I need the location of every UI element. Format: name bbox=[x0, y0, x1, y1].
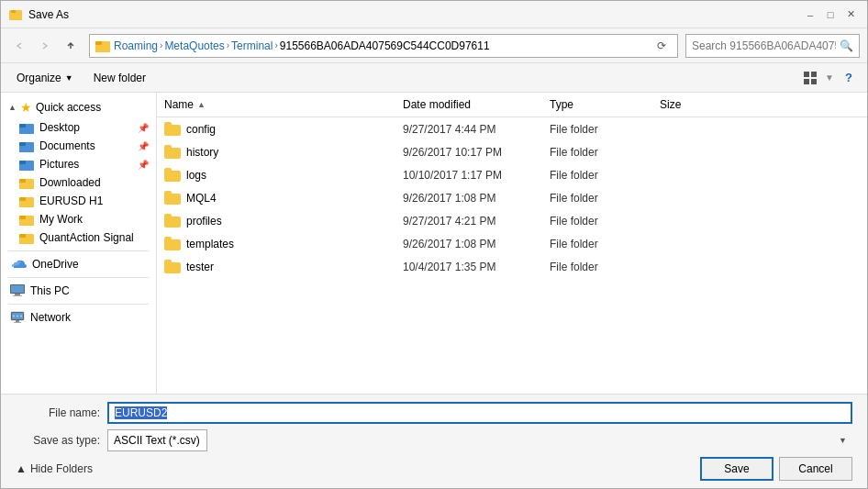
table-row[interactable]: config 9/27/2017 4:44 PM File folder bbox=[157, 117, 867, 140]
table-row[interactable]: MQL4 9/26/2017 1:08 PM File folder bbox=[157, 186, 867, 209]
file-size-cell bbox=[652, 172, 867, 178]
sidebar-item-quantaction[interactable]: QuantAction Signal bbox=[1, 228, 156, 247]
folder-icon bbox=[164, 145, 181, 159]
folder-icon bbox=[164, 214, 181, 228]
filename-row: File name: bbox=[16, 402, 852, 424]
addr-terminal[interactable]: Terminal bbox=[231, 39, 273, 52]
cancel-button[interactable]: Cancel bbox=[779, 457, 852, 481]
col-name-header[interactable]: Name ▲ bbox=[157, 94, 395, 115]
saveastype-label: Save as type: bbox=[16, 434, 107, 447]
file-size-cell bbox=[652, 150, 867, 155]
svg-rect-9 bbox=[811, 79, 817, 84]
sidebar-item-onedrive[interactable]: OneDrive bbox=[1, 255, 156, 273]
dialog-title: Save As bbox=[28, 8, 69, 21]
back-button[interactable] bbox=[8, 35, 30, 57]
quick-access-star-icon: ★ bbox=[20, 100, 32, 115]
svg-rect-37 bbox=[16, 320, 19, 322]
col-size-header[interactable]: Size bbox=[652, 94, 867, 115]
sidebar-divider-1 bbox=[8, 250, 149, 251]
table-row[interactable]: tester 10/4/2017 1:35 PM File folder bbox=[157, 255, 867, 278]
quantaction-folder-icon bbox=[19, 231, 34, 244]
folder-icon bbox=[164, 122, 181, 136]
svg-rect-38 bbox=[14, 322, 21, 323]
folder-icon bbox=[164, 237, 181, 250]
table-row[interactable]: profiles 9/27/2017 4:21 PM File folder bbox=[157, 209, 867, 232]
sidebar-item-downloaded[interactable]: Downloaded bbox=[1, 173, 156, 192]
file-type-cell: File folder bbox=[542, 143, 652, 161]
eurusd-label: EURUSD H1 bbox=[39, 194, 103, 207]
desktop-label: Desktop bbox=[39, 121, 80, 134]
quick-access-section: ▲ ★ Quick access Desktop 📌 bbox=[1, 96, 156, 247]
sidebar-item-desktop[interactable]: Desktop 📌 bbox=[1, 118, 156, 137]
file-name-cell: config bbox=[157, 119, 395, 139]
thispc-label: This PC bbox=[30, 284, 70, 297]
folder-icon bbox=[164, 191, 181, 205]
close-button[interactable]: ✕ bbox=[841, 6, 860, 24]
view-button[interactable] bbox=[799, 67, 821, 89]
save-button[interactable]: Save bbox=[700, 457, 773, 481]
up-button[interactable] bbox=[60, 35, 82, 57]
hide-folders-button[interactable]: ▲ Hide Folders bbox=[16, 462, 93, 475]
sidebar-item-eurusd[interactable]: EURUSD H1 bbox=[1, 192, 156, 210]
onedrive-icon bbox=[10, 259, 27, 270]
file-size-cell bbox=[652, 195, 867, 201]
file-type-cell: File folder bbox=[542, 258, 652, 276]
sec-toolbar: Organize ▼ New folder ▼ ? bbox=[1, 63, 867, 93]
col-type-header[interactable]: Type bbox=[542, 94, 652, 115]
table-row[interactable]: history 9/26/2017 10:17 PM File folder bbox=[157, 140, 867, 163]
file-date-cell: 9/26/2017 10:17 PM bbox=[395, 143, 542, 161]
main-area: ▲ ★ Quick access Desktop 📌 bbox=[1, 93, 867, 394]
maximize-button[interactable]: □ bbox=[821, 6, 840, 24]
svg-rect-5 bbox=[95, 41, 102, 45]
col-date-header[interactable]: Date modified bbox=[395, 94, 542, 115]
table-row[interactable]: logs 10/10/2017 1:17 PM File folder bbox=[157, 163, 867, 186]
sidebar-item-documents[interactable]: Documents 📌 bbox=[1, 137, 156, 155]
quick-access-header[interactable]: ▲ ★ Quick access bbox=[1, 96, 156, 118]
file-name-cell: logs bbox=[157, 165, 395, 184]
sidebar-item-thispc[interactable]: This PC bbox=[1, 282, 156, 300]
file-size-cell bbox=[652, 264, 867, 270]
addr-roaming[interactable]: Roaming bbox=[114, 39, 158, 52]
documents-pin-icon: 📌 bbox=[138, 141, 149, 151]
new-folder-button[interactable]: New folder bbox=[85, 67, 154, 89]
title-bar: Save As – □ ✕ bbox=[1, 1, 867, 28]
svg-point-40 bbox=[17, 316, 18, 317]
network-icon bbox=[10, 311, 25, 324]
table-row[interactable]: templates 9/26/2017 1:08 PM File folder bbox=[157, 232, 867, 255]
hide-folders-label: Hide Folders bbox=[30, 462, 93, 475]
help-button[interactable]: ? bbox=[838, 67, 860, 89]
file-list-header: Name ▲ Date modified Type Size bbox=[157, 93, 867, 117]
pictures-label: Pictures bbox=[39, 158, 79, 171]
addr-metaquotes[interactable]: MetaQuotes bbox=[164, 39, 224, 52]
file-size-cell bbox=[652, 241, 867, 247]
documents-label: Documents bbox=[39, 139, 95, 152]
filetype-select[interactable]: ASCII Text (*.csv) bbox=[107, 429, 207, 451]
sidebar-item-pictures[interactable]: Pictures 📌 bbox=[1, 155, 156, 173]
svg-rect-30 bbox=[19, 234, 26, 238]
file-type-cell: File folder bbox=[542, 120, 652, 139]
svg-rect-12 bbox=[19, 124, 26, 128]
minimize-button[interactable]: – bbox=[801, 6, 819, 24]
organize-button[interactable]: Organize ▼ bbox=[8, 67, 82, 89]
title-bar-controls: – □ ✕ bbox=[801, 6, 860, 24]
search-box[interactable]: 🔍 bbox=[685, 34, 860, 58]
pictures-pin-icon: 📌 bbox=[138, 160, 149, 170]
address-bar[interactable]: Roaming › MetaQuotes › Terminal › 915566… bbox=[89, 34, 678, 58]
downloaded-folder-icon bbox=[19, 176, 34, 189]
search-input[interactable] bbox=[692, 39, 836, 52]
filename-input[interactable] bbox=[107, 402, 852, 424]
sidebar-item-mywork[interactable]: My Work bbox=[1, 210, 156, 228]
view-separator: ▼ bbox=[825, 72, 834, 83]
filetype-row: Save as type: ASCII Text (*.csv) bbox=[16, 429, 852, 451]
sidebar-item-network[interactable]: Network bbox=[1, 308, 156, 327]
refresh-button[interactable]: ⟳ bbox=[651, 36, 672, 56]
folder-icon bbox=[164, 168, 181, 182]
docs-folder-icon bbox=[19, 139, 34, 152]
svg-rect-34 bbox=[13, 295, 22, 296]
file-size-cell bbox=[652, 127, 867, 132]
file-type-cell: File folder bbox=[542, 235, 652, 253]
file-date-cell: 10/10/2017 1:17 PM bbox=[395, 166, 542, 184]
forward-button[interactable] bbox=[34, 35, 56, 57]
svg-rect-2 bbox=[11, 10, 16, 13]
sidebar: ▲ ★ Quick access Desktop 📌 bbox=[1, 93, 157, 394]
